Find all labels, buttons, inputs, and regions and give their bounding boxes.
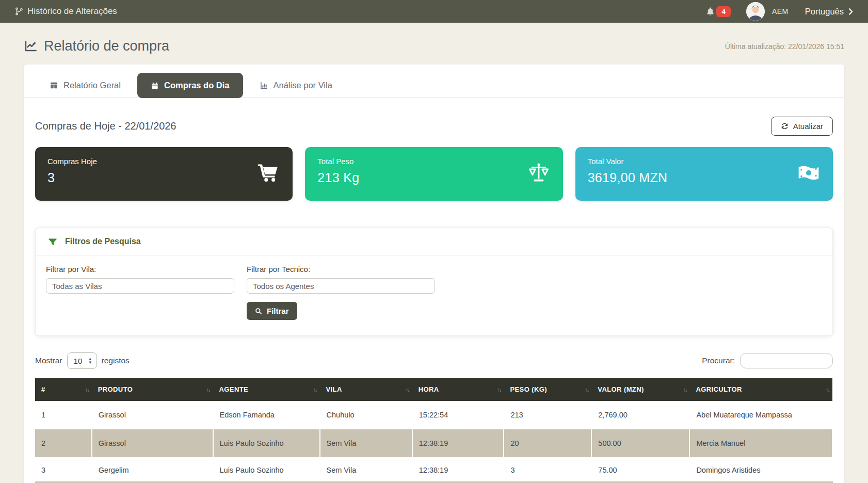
main-card: Relatório Geral Compras do Dia <box>24 65 844 483</box>
table-controls: Mostrar 10 ▲▼ registos Procurar: <box>24 336 844 369</box>
table-row[interactable]: 1 Girassol Edson Famanda Chuhulo 15:22:5… <box>35 401 832 429</box>
cart-icon <box>258 163 279 185</box>
filter-body: Filtrar por Vila: Filtrar por Tecnico: F… <box>36 255 832 335</box>
user-initials: AEM <box>772 7 789 15</box>
sort-icon: ↑↓ <box>585 387 588 393</box>
sort-icon: ↑↓ <box>497 387 501 393</box>
search-label: Procurar: <box>702 356 735 365</box>
notifications-button[interactable]: 4 <box>705 6 731 17</box>
table-row[interactable]: 3 Gergelim Luis Paulo Sozinho Sem Vila 1… <box>35 458 832 481</box>
brand-label: Histórico de Alterações <box>27 6 117 17</box>
filtrar-button[interactable]: Filtrar <box>247 302 297 320</box>
filter-tecnico-group: Filtrar por Tecnico: Filtrar <box>247 265 435 320</box>
vila-input[interactable] <box>46 278 234 294</box>
search-control: Procurar: <box>702 353 833 368</box>
records-label: registos <box>102 356 130 365</box>
purchases-table: #↑↓ PRODUTO↑↓ AGENTE↑↓ VILA↑↓ HORA↑↓ PES… <box>35 378 833 481</box>
column-header-vila[interactable]: VILA↑↓ <box>320 378 412 401</box>
chart-line-icon <box>24 39 38 53</box>
column-header-valor[interactable]: VALOR (MZN)↑↓ <box>591 378 689 401</box>
section-title: Compras de Hoje - 22/01/2026 <box>35 120 176 132</box>
filter-tecnico-label: Filtrar por Tecnico: <box>247 265 435 273</box>
section-header: Compras de Hoje - 22/01/2026 Atualizar <box>24 98 844 136</box>
stat-card-compras-hoje: Compras Hoje 3 <box>35 147 293 201</box>
stat-card-total-peso: Total Peso 213 Kg <box>305 147 562 201</box>
table-search-input[interactable] <box>740 353 833 368</box>
sort-icon: ↑↓ <box>85 387 89 393</box>
avatar[interactable] <box>746 2 765 21</box>
tab-compras-do-dia[interactable]: Compras do Dia <box>137 73 243 98</box>
tabs-bar: Relatório Geral Compras do Dia <box>24 65 844 98</box>
filter-vila-label: Filtrar por Vila: <box>46 265 234 273</box>
tab-analise-por-vila[interactable]: Análise por Vila <box>246 73 346 98</box>
language-menu[interactable]: Português <box>805 7 854 17</box>
language-label: Português <box>805 7 844 17</box>
navbar-right: 4 AEM Português <box>705 2 854 21</box>
column-header-agente[interactable]: AGENTE↑↓ <box>213 378 320 401</box>
table-header-row: #↑↓ PRODUTO↑↓ AGENTE↑↓ VILA↑↓ HORA↑↓ PES… <box>35 378 832 401</box>
filter-title: Filtros de Pesquisa <box>65 237 141 246</box>
search-icon <box>255 308 262 315</box>
page-size-control: Mostrar 10 ▲▼ registos <box>35 352 130 369</box>
page-title: Relatório de compra <box>24 38 169 54</box>
refresh-button[interactable]: Atualizar <box>771 117 833 136</box>
page-header: Relatório de compra Última atualização: … <box>0 23 868 54</box>
tab-relatorio-geral[interactable]: Relatório Geral <box>36 73 134 98</box>
column-header-produto[interactable]: PRODUTO↑↓ <box>92 378 213 401</box>
sort-icon: ↑↓ <box>826 387 829 393</box>
filter-header: Filtros de Pesquisa <box>36 228 832 255</box>
chevron-right-icon <box>848 8 854 15</box>
page-size-select[interactable]: 10 ▲▼ <box>67 352 97 369</box>
stat-card-total-valor: Total Valor 3619,00 MZN <box>575 147 833 201</box>
show-label: Mostrar <box>35 356 62 365</box>
funnel-icon <box>48 237 57 246</box>
sort-icon: ↑↓ <box>683 387 686 393</box>
sort-icon: ↑↓ <box>313 387 317 393</box>
stats-row: Compras Hoje 3 Total Peso 213 Kg <box>24 136 844 201</box>
money-icon <box>798 165 819 183</box>
calendar-icon <box>151 82 159 90</box>
table-icon <box>50 81 58 90</box>
filter-vila-group: Filtrar por Vila: <box>46 265 234 320</box>
column-header-index[interactable]: #↑↓ <box>35 378 92 401</box>
refresh-icon <box>781 122 789 130</box>
sort-icon: ↑↓ <box>406 387 409 393</box>
filter-card: Filtros de Pesquisa Filtrar por Vila: Fi… <box>35 228 833 336</box>
bar-chart-icon <box>260 81 268 90</box>
last-update: Última atualização: 22/01/2026 15:51 <box>725 42 844 51</box>
history-icon <box>14 7 24 16</box>
tecnico-input[interactable] <box>247 278 435 294</box>
column-header-agricultor[interactable]: AGRICULTOR↑↓ <box>689 378 832 401</box>
notification-badge: 4 <box>716 6 731 17</box>
sort-icon: ↑↓ <box>206 387 210 393</box>
top-navbar: Histórico de Alterações 4 <box>0 0 868 23</box>
scale-icon <box>528 163 550 185</box>
column-header-peso[interactable]: PESO (KG)↑↓ <box>504 378 591 401</box>
table-row[interactable]: 2 Girassol Luis Paulo Sozinho Sem Vila 1… <box>35 429 832 458</box>
stepper-arrows-icon: ▲▼ <box>88 357 92 364</box>
brand-link[interactable]: Histórico de Alterações <box>14 6 117 17</box>
bell-icon <box>705 7 715 17</box>
column-header-hora[interactable]: HORA↑↓ <box>412 378 504 401</box>
